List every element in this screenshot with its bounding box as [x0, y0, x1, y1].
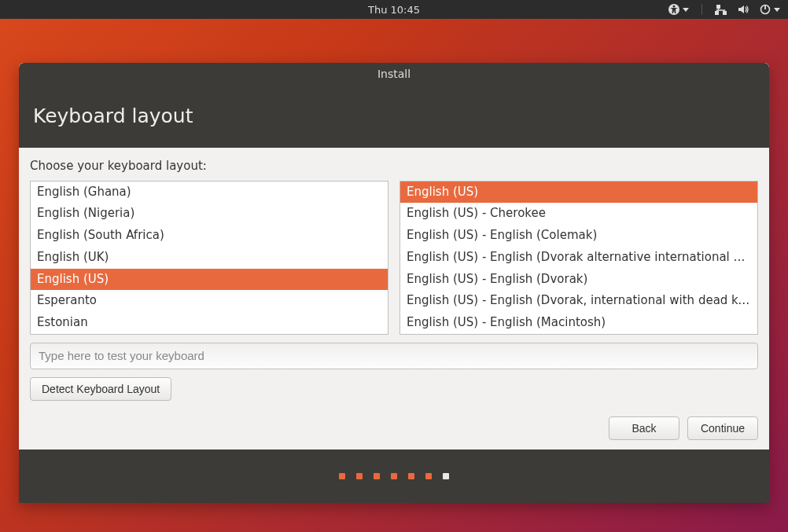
detect-layout-button[interactable]: Detect Keyboard Layout	[30, 377, 171, 401]
svg-rect-2	[716, 5, 720, 9]
volume-icon[interactable]	[737, 3, 749, 16]
progress-dot	[425, 473, 432, 479]
choose-layout-prompt: Choose your keyboard layout:	[30, 159, 758, 173]
clock: Thu 10:45	[368, 4, 420, 16]
layout-language-item[interactable]: Esperanto	[31, 290, 388, 312]
content-area: Choose your keyboard layout: English (Gh…	[19, 148, 769, 449]
top-menubar: Thu 10:45	[0, 0, 788, 19]
continue-button[interactable]: Continue	[687, 416, 758, 440]
layout-variant-list[interactable]: English (US)English (US) - CherokeeEngli…	[400, 181, 758, 335]
layout-variant-item[interactable]: English (US) - English (Colemak)	[400, 225, 757, 247]
layout-variant-item[interactable]: English (US)	[400, 182, 757, 204]
svg-point-1	[673, 6, 676, 8]
layout-variant-item[interactable]: English (US) - English (Dvorak)	[400, 269, 757, 291]
svg-rect-4	[723, 11, 727, 15]
svg-rect-3	[715, 11, 719, 15]
layout-variant-item[interactable]: English (US) - English (Macintosh)	[400, 312, 757, 334]
accessibility-icon[interactable]	[668, 3, 689, 16]
network-icon[interactable]	[715, 3, 727, 16]
layout-variant-item[interactable]: English (US) - English (Dvorak alternati…	[400, 247, 757, 269]
progress-dot	[339, 473, 345, 479]
window-title: Install	[377, 68, 411, 80]
window-titlebar: Install	[19, 63, 769, 84]
progress-dot	[443, 473, 449, 479]
progress-dots	[19, 449, 769, 503]
layout-variant-item[interactable]: English (US) - Cherokee	[400, 203, 757, 225]
layout-language-item[interactable]: English (US)	[31, 269, 388, 291]
layout-variant-item[interactable]: English (US) - English (Programmer Dvora…	[400, 334, 757, 335]
progress-dot	[391, 473, 397, 479]
layout-language-item[interactable]: Estonian	[31, 312, 388, 334]
layout-language-item[interactable]: English (Nigeria)	[31, 203, 388, 225]
layout-variant-item[interactable]: English (US) - English (Dvorak, internat…	[400, 290, 757, 312]
layout-language-item[interactable]: English (Ghana)	[31, 182, 388, 204]
progress-dot	[408, 473, 414, 479]
layout-lists: English (Ghana)English (Nigeria)English …	[30, 181, 758, 335]
installer-window: Install Keyboard layout Choose your keyb…	[19, 63, 769, 503]
power-icon[interactable]	[759, 3, 780, 16]
layout-language-item[interactable]: English (South Africa)	[31, 225, 388, 247]
layout-language-list[interactable]: English (Ghana)English (Nigeria)English …	[30, 181, 388, 335]
progress-dot	[356, 473, 363, 479]
keyboard-test-input[interactable]	[30, 343, 758, 369]
layout-language-item[interactable]: Faroese	[31, 334, 388, 335]
progress-dot	[374, 473, 380, 479]
layout-language-item[interactable]: English (UK)	[31, 247, 388, 269]
page-heading: Keyboard layout	[19, 84, 769, 147]
back-button[interactable]: Back	[609, 416, 679, 440]
heading-text: Keyboard layout	[33, 105, 193, 127]
